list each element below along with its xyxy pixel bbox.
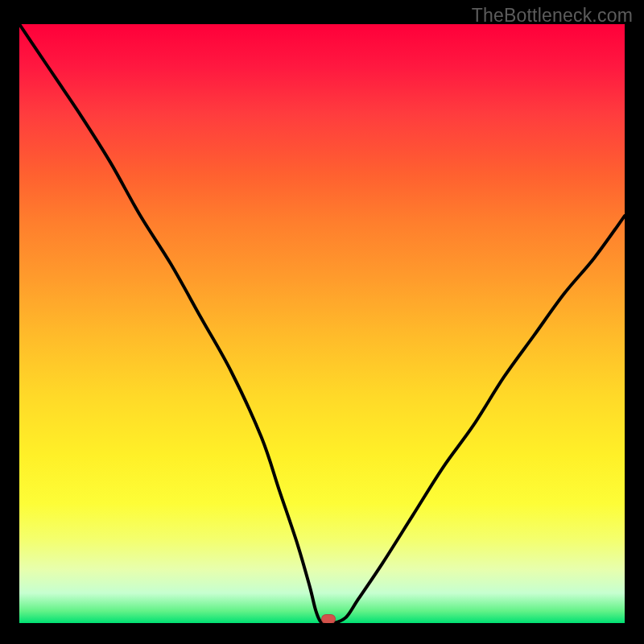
chart-frame: TheBottleneck.com <box>0 0 644 644</box>
minimum-marker-icon <box>321 614 336 623</box>
curve-path <box>19 24 625 623</box>
watermark-label: TheBottleneck.com <box>472 5 633 27</box>
plot-area <box>19 24 625 623</box>
bottleneck-curve <box>19 24 625 623</box>
